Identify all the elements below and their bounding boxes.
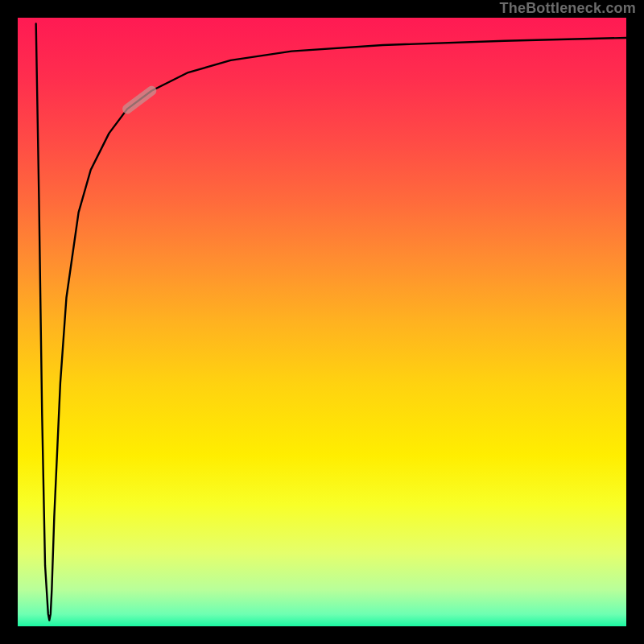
watermark-label: TheBottleneck.com bbox=[500, 0, 636, 17]
plot-background-gradient bbox=[18, 18, 626, 626]
chart-container: TheBottleneck.com bbox=[0, 0, 644, 644]
